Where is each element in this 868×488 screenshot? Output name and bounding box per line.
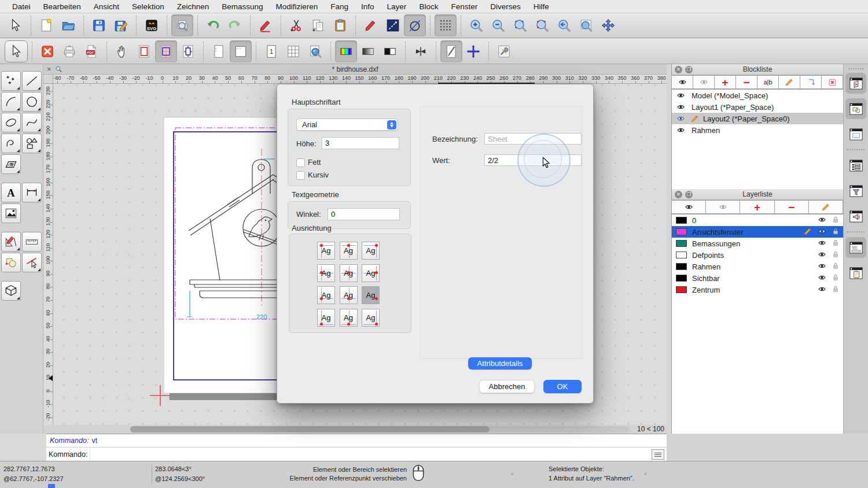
viewport-fill-button[interactable] — [155, 40, 177, 62]
command-options-button[interactable] — [652, 449, 664, 460]
panel-clipboard-toggle-button[interactable] — [845, 263, 866, 283]
copy-button[interactable] — [307, 14, 329, 36]
attribute-details-button[interactable]: Attributdetails — [468, 357, 532, 369]
zoom-fit-button[interactable] — [509, 14, 531, 36]
remove-button[interactable]: − — [774, 200, 809, 214]
menu-ansicht[interactable]: Ansicht — [87, 2, 126, 11]
align-middle-center-button[interactable]: Ag — [340, 264, 358, 282]
modify-tool-button[interactable] — [1, 253, 21, 272]
zoom-out-button[interactable] — [487, 14, 509, 36]
lock-icon[interactable] — [832, 227, 840, 237]
zoom-selection-button[interactable] — [531, 14, 553, 36]
pdf-export-button[interactable]: PDF — [80, 40, 102, 62]
hidden-eye-button[interactable] — [705, 200, 740, 214]
cut-button[interactable] — [285, 14, 307, 36]
menu-hilfe[interactable]: Hilfe — [527, 2, 556, 11]
bold-checkbox[interactable] — [296, 158, 305, 167]
select-entity-tool-button[interactable] — [22, 253, 42, 272]
visible-eye-button[interactable] — [671, 200, 706, 214]
save-as-button[interactable] — [110, 14, 132, 36]
pen-red-button[interactable] — [360, 14, 382, 36]
zoom-page-button[interactable] — [304, 40, 326, 62]
insert-button[interactable] — [800, 75, 822, 89]
edit-button[interactable] — [808, 200, 843, 214]
file-new-button[interactable] — [35, 14, 57, 36]
lock-icon[interactable] — [832, 216, 840, 225]
page-plain-button[interactable] — [208, 40, 230, 62]
delete-button[interactable] — [821, 75, 843, 89]
align-top-left-button[interactable]: Ag — [317, 242, 335, 260]
circle-tool-button[interactable] — [22, 92, 42, 112]
cancel-button[interactable]: Abbrechen — [479, 380, 535, 393]
lock-icon[interactable] — [832, 250, 840, 260]
layer-row[interactable]: Ansichtsfenster — [672, 226, 843, 238]
save-button[interactable] — [88, 14, 110, 36]
measure-tool-button[interactable] — [22, 232, 42, 252]
block-row[interactable]: Layout1 (*Paper_Space) — [672, 101, 843, 113]
align-base-center-button[interactable]: Ag — [340, 286, 358, 304]
menu-bearbeiten[interactable]: Bearbeiten — [37, 2, 87, 11]
eye-icon[interactable] — [816, 285, 827, 295]
menu-layer[interactable]: Layer — [381, 2, 413, 11]
viewport-frame-button[interactable] — [133, 40, 155, 62]
cad-tools-tool-button[interactable] — [1, 232, 21, 252]
float-panel-icon[interactable]: ❐ — [685, 191, 693, 198]
eye-icon[interactable] — [816, 239, 827, 249]
height-input[interactable] — [322, 137, 399, 149]
close-drawing-button[interactable] — [36, 40, 58, 62]
ok-button[interactable]: OK — [543, 380, 582, 393]
lock-icon[interactable] — [832, 285, 840, 295]
layer-row[interactable]: 0 — [672, 215, 843, 226]
layer-row[interactable]: Defpoints — [672, 249, 843, 261]
close-panel-icon[interactable]: ✕ — [675, 66, 682, 73]
layer-row[interactable]: Bemassungen — [672, 238, 843, 249]
shapes-tool-button[interactable] — [22, 134, 42, 153]
color-gray-button[interactable] — [357, 40, 379, 62]
horizontal-scrollbar[interactable] — [130, 426, 630, 432]
menu-diverses[interactable]: Diverses — [484, 2, 527, 11]
angle-input[interactable] — [328, 208, 400, 220]
menu-zeichnen[interactable]: Zeichnen — [171, 2, 216, 11]
panel-dimension-toggle-button[interactable] — [845, 206, 866, 227]
eye-icon[interactable] — [816, 262, 827, 272]
panel-property-list-toggle-button[interactable] — [845, 155, 866, 176]
grid-dots-button[interactable] — [435, 14, 457, 36]
layer-row[interactable]: Zentrum — [672, 284, 843, 295]
layer-row[interactable]: Sichtbar — [672, 272, 843, 284]
draft-mode-button[interactable] — [440, 40, 462, 62]
eye-icon[interactable] — [816, 216, 827, 225]
panel-viewport-toggle-button[interactable] — [845, 124, 866, 145]
lock-icon[interactable] — [832, 273, 840, 283]
eye-icon[interactable] — [672, 126, 689, 134]
menu-datei[interactable]: Datei — [6, 2, 37, 11]
pointer-select-button[interactable] — [5, 40, 28, 62]
panel-command-toggle-button[interactable] — [845, 237, 866, 258]
align-middle-left-button[interactable]: Ag — [317, 264, 335, 282]
align-top-right-button[interactable]: Ag — [362, 242, 380, 260]
menu-modifizieren[interactable]: Modifizieren — [270, 2, 325, 11]
panel-filter-toggle-button[interactable] — [845, 180, 866, 201]
align-base-right-button[interactable]: Ag — [362, 286, 380, 304]
align-base-left-button[interactable]: Ag — [317, 286, 335, 304]
print-button[interactable] — [58, 40, 80, 62]
visible-eye-button[interactable] — [671, 75, 693, 89]
circle-slash-button[interactable] — [404, 14, 426, 36]
edit-button[interactable] — [778, 75, 800, 89]
image-tool-button[interactable] — [1, 204, 21, 223]
scrollbar-thumb[interactable] — [130, 426, 490, 432]
text-tool-button[interactable]: A — [1, 183, 21, 202]
spline-tool-button[interactable] — [22, 113, 42, 132]
block-row[interactable]: Model (*Model_Space) — [672, 90, 843, 101]
eye-icon[interactable] — [672, 91, 689, 99]
lock-icon[interactable] — [832, 239, 840, 249]
ellipse-tool-button[interactable] — [1, 113, 21, 132]
italic-checkbox[interactable] — [296, 171, 305, 180]
hatch-tool-button[interactable] — [1, 154, 21, 174]
dimension-tool-button[interactable] — [22, 183, 42, 202]
points-tool-button[interactable] — [1, 71, 21, 91]
block-row[interactable]: Layout2 (*Paper_Space0) — [672, 113, 843, 124]
pointer-button[interactable] — [5, 14, 27, 36]
pen-edit-button[interactable] — [255, 14, 277, 36]
eye-icon[interactable] — [672, 114, 689, 123]
align-bottom-right-button[interactable]: Ag — [362, 309, 380, 327]
